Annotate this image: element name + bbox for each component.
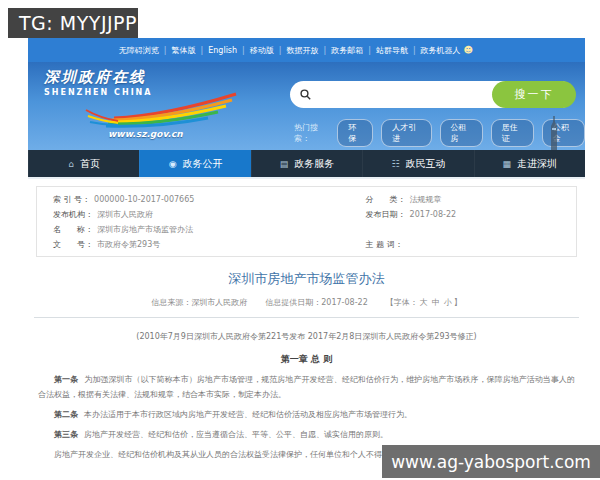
robot-icon[interactable]: ☻ (464, 45, 473, 55)
info-row-spacer (350, 222, 576, 237)
link-gov-robot[interactable]: 政务机器人 (421, 45, 461, 56)
info-row-pub-date: 发布日期： 2017-08-22 (350, 207, 576, 222)
info-row-category: 分 类： 法规规章 (350, 192, 576, 207)
index-value: 000000-10-2017-007665 (94, 195, 194, 204)
info-row-doc-number: 文 号： 市政府令第293号 (37, 237, 350, 252)
tg-channel-watermark: TG: MYYJJPP (8, 8, 138, 38)
provide-date-label: 信息提供日期： (265, 298, 321, 307)
issuer-label: 发布机构： (53, 209, 93, 220)
font-size-large[interactable]: 大 (420, 298, 428, 307)
name-value: 深圳市房地产市场监管办法 (97, 224, 193, 235)
paragraph-article-1: 第一条为加强深圳市（以下简称本市）房地产市场管理，规范房地产开发经营、经纪和估价… (34, 372, 579, 402)
hot-tag-talent[interactable]: 人才引进 (381, 119, 431, 147)
font-size-small[interactable]: 小 (444, 298, 452, 307)
doc-number-value: 市政府令第293号 (97, 239, 160, 250)
index-label: 索 引 号： (53, 194, 90, 205)
info-row-index: 索 引 号： 000000-10-2017-007665 (37, 192, 350, 207)
skyscraper-silhouette (545, 116, 563, 150)
hot-tag-public-housing[interactable]: 公租房 (440, 119, 483, 147)
nav-home-label: 首页 (80, 157, 100, 171)
name-label: 名 称： (53, 224, 93, 235)
rainbow-wing-icon (84, 92, 244, 132)
nav-item-about-shenzhen[interactable]: ▦ 走进深圳 (474, 150, 585, 177)
page-container: 无障碍浏览 繁体版 English 移动版 数据开放 政务邮箱 站群导航 政务机… (28, 38, 585, 462)
pub-date-value: 2017-08-22 (410, 210, 457, 219)
hot-search-label: 热门搜索： (294, 122, 329, 144)
utility-link-bar: 无障碍浏览 繁体版 English 移动版 数据开放 政务邮箱 站群导航 政务机… (28, 38, 585, 62)
hot-tag-residence-permit[interactable]: 居住证 (491, 119, 534, 147)
font-size-medium[interactable]: 中 (432, 298, 440, 307)
link-accessibility[interactable]: 无障碍浏览 (119, 45, 172, 56)
nav-interaction-label: 政民互动 (405, 157, 445, 171)
source-value: 深圳市人民政府 (191, 298, 247, 307)
article-3-text: 房地产开发经营、经纪和估价，应当遵循合法、平等、公平、自愿、诚实信用的原则。 (84, 430, 388, 439)
nav-item-interaction[interactable]: ☷ 政民互动 (362, 150, 473, 177)
article-meta-row: 信息来源：深圳市人民政府信息提供日期：2017-08-22【字体：大中小】 (34, 297, 579, 318)
nav-disclosure-label: 政务公开 (183, 157, 223, 171)
link-mobile[interactable]: 移动版 (250, 45, 287, 56)
doc-info-left-col: 索 引 号： 000000-10-2017-007665 发布机构： 深圳市人民… (37, 192, 350, 252)
keywords-label: 主 题 词： (366, 239, 403, 250)
building-icon: ▦ (503, 159, 512, 169)
info-row-issuer: 发布机构： 深圳市人民政府 (37, 207, 350, 222)
hot-search-row: 热门搜索： 环保 人才引进 公租房 居住证 公积金 (294, 119, 585, 147)
chapter-heading: 第一章 总 则 (34, 353, 579, 366)
doc-info-box: 索 引 号： 000000-10-2017-007665 发布机构： 深圳市人民… (36, 186, 577, 257)
nav-item-home[interactable]: ⌂ 首页 (28, 150, 139, 177)
nav-services-label: 政务服务 (294, 157, 334, 171)
hot-tag-environment[interactable]: 环保 (337, 119, 373, 147)
article-2-lead: 第二条 (54, 410, 78, 419)
people-icon: ☷ (391, 159, 399, 169)
link-open-data[interactable]: 数据开放 (287, 45, 332, 56)
paragraph-article-2: 第二条本办法适用于本市行政区域内房地产开发经营、经纪和估价活动及相应房地产市场管… (34, 407, 579, 422)
home-icon: ⌂ (68, 159, 74, 169)
category-value: 法规规章 (410, 194, 442, 205)
site-watermark: www.ag-yabosport.com (382, 445, 600, 478)
article-3-lead: 第三条 (54, 430, 78, 439)
info-row-keywords: 主 题 词： (350, 237, 576, 252)
provide-date-value: 2017-08-22 (321, 298, 368, 307)
article-1-lead: 第一条 (54, 375, 78, 384)
pub-date-label: 发布日期： (366, 209, 406, 220)
font-size-label-end: 】 (454, 298, 462, 307)
search-bar: 搜一下 (290, 81, 574, 108)
doc-info-right-col: 分 类： 法规规章 发布日期： 2017-08-22 主 题 词： (350, 192, 576, 252)
search-button[interactable]: 搜一下 (492, 81, 576, 108)
paragraph-article-3: 第三条房地产开发经营、经纪和估价，应当遵循合法、平等、公平、自愿、诚实信用的原则… (34, 427, 579, 442)
article-1-text: 为加强深圳市（以下简称本市）房地产市场管理，规范房地产开发经营、经纪和估价行为，… (38, 375, 575, 399)
doc-number-label: 文 号： (53, 239, 93, 250)
font-size-label: 【字体： (386, 298, 418, 307)
promulgation-note: (2010年7月9日深圳市人民政府令第221号发布 2017年2月8日深圳市人民… (34, 331, 579, 342)
article-title: 深圳市房地产市场监管办法 (34, 270, 579, 288)
link-gov-mail[interactable]: 政务邮箱 (331, 45, 376, 56)
article-content: 索 引 号： 000000-10-2017-007665 发布机构： 深圳市人民… (28, 177, 585, 462)
info-row-name: 名 称： 深圳市房地产市场监管办法 (37, 222, 350, 237)
article-2-text: 本办法适用于本市行政区域内房地产开发经营、经纪和估价活动及相应房地产市场管理行为… (84, 410, 412, 419)
logo-cn-text: 深圳政府在线 (44, 68, 274, 87)
site-banner: 深圳政府在线 SHENZHEN CHINA www.sz.gov.cn (28, 62, 585, 150)
chat-icon: ▤ (280, 159, 289, 169)
eye-icon: ◉ (169, 159, 177, 169)
source-label: 信息来源： (151, 298, 191, 307)
issuer-value: 深圳市人民政府 (97, 209, 153, 220)
link-site-nav[interactable]: 站群导航 (376, 45, 421, 56)
nav-item-gov-services[interactable]: ▤ 政务服务 (251, 150, 362, 177)
link-english[interactable]: English (208, 46, 250, 55)
nav-item-gov-disclosure[interactable]: ◉ 政务公开 (139, 150, 250, 177)
link-traditional[interactable]: 繁体版 (172, 45, 209, 56)
search-icon (300, 89, 311, 100)
category-label: 分 类： (366, 194, 406, 205)
main-nav: ⌂ 首页 ◉ 政务公开 ▤ 政务服务 ☷ 政民互动 ▦ 走进深圳 (28, 150, 585, 177)
site-logo[interactable]: 深圳政府在线 SHENZHEN CHINA www.sz.gov.cn (44, 68, 274, 139)
nav-about-label: 走进深圳 (517, 157, 557, 171)
